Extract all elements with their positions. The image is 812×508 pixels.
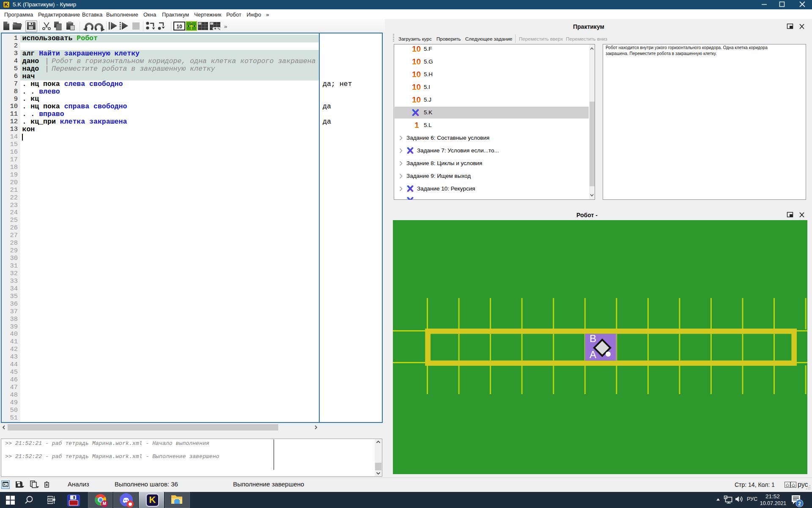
svg-text:2: 2: [798, 501, 801, 507]
svg-text:A: A: [590, 349, 596, 360]
svg-text:»: »: [224, 23, 227, 30]
svg-text:10: 10: [176, 24, 182, 30]
svg-text:B: B: [590, 333, 596, 344]
